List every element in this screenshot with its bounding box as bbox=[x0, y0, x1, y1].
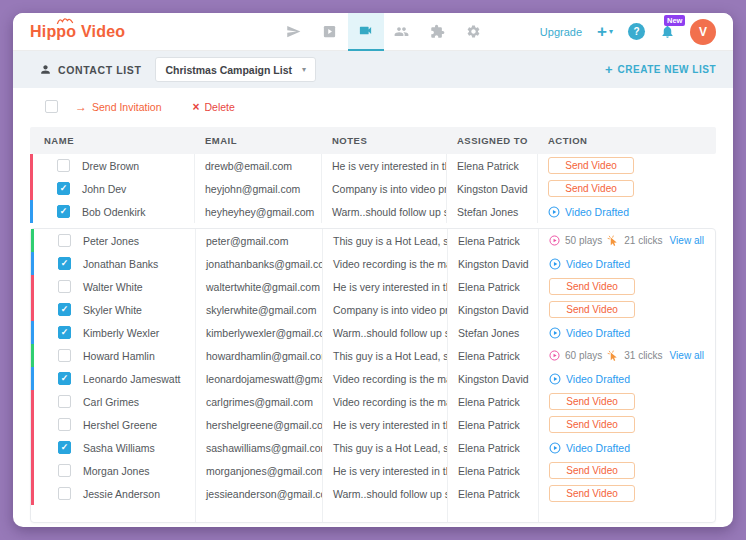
video-drafted-label: Video Drafted bbox=[566, 258, 630, 270]
contact-notes: Company is into video produ.... bbox=[323, 298, 448, 321]
video-drafted-label: Video Drafted bbox=[565, 206, 629, 218]
row-checkbox[interactable] bbox=[58, 280, 71, 293]
row-checkbox[interactable] bbox=[58, 464, 71, 477]
video-drafted-link[interactable]: Video Drafted bbox=[548, 206, 629, 218]
video-drafted-link[interactable]: Video Drafted bbox=[549, 442, 630, 454]
assigned-to: Elena Patrick bbox=[448, 436, 539, 459]
table-row: Carl Grimescarlgrimes@gmail.comVideo rec… bbox=[31, 390, 715, 413]
hippo-video-logo[interactable]: Hippo Video bbox=[30, 23, 125, 41]
create-new-list-button[interactable]: + CREATE NEW LIST bbox=[605, 63, 716, 76]
delete-button[interactable]: × Delete bbox=[192, 101, 234, 113]
contact-notes: Warm..should follow up so.... bbox=[322, 200, 447, 223]
notifications-button[interactable]: New bbox=[660, 24, 675, 39]
play-circle-icon bbox=[549, 327, 561, 339]
nav-tab-video-library[interactable] bbox=[312, 13, 348, 51]
contact-email: skylerwhite@gmail.com bbox=[196, 298, 323, 321]
assigned-to: Elena Patrick bbox=[448, 482, 539, 505]
assigned-to: Kingston David bbox=[448, 298, 539, 321]
send-video-button[interactable]: Send Video bbox=[549, 462, 635, 479]
send-video-button[interactable]: Send Video bbox=[548, 180, 634, 197]
status-color-bar bbox=[31, 459, 34, 482]
table-row: Morgan Jonesmorganjones@gmail.comHe is v… bbox=[31, 459, 715, 482]
video-stats: 50 plays21 clicksView all bbox=[549, 235, 704, 247]
row-checkbox[interactable] bbox=[57, 205, 70, 218]
video-drafted-link[interactable]: Video Drafted bbox=[549, 327, 630, 339]
video-drafted-label: Video Drafted bbox=[566, 373, 630, 385]
contact-name: Bob Odenkirk bbox=[82, 206, 146, 218]
nav-tab-settings[interactable] bbox=[456, 13, 492, 51]
send-video-button[interactable]: Send Video bbox=[549, 393, 635, 410]
selected-list-name: Christmas Campaign List bbox=[165, 64, 292, 76]
row-checkbox[interactable] bbox=[58, 441, 71, 454]
main-nav-tabs bbox=[276, 13, 492, 51]
row-checkbox[interactable] bbox=[58, 234, 71, 247]
assigned-to: Kingston David bbox=[448, 367, 539, 390]
status-color-bar bbox=[31, 482, 34, 505]
send-video-button[interactable]: Send Video bbox=[548, 157, 634, 174]
table-row: Leonardo Jameswattleonardojameswatt@gmai… bbox=[31, 367, 715, 390]
row-checkbox[interactable] bbox=[58, 487, 71, 500]
empty-cell bbox=[31, 505, 196, 522]
status-color-bar bbox=[31, 275, 34, 298]
help-button[interactable]: ? bbox=[628, 23, 645, 40]
video-drafted-link[interactable]: Video Drafted bbox=[549, 258, 630, 270]
row-checkbox[interactable] bbox=[58, 349, 71, 362]
row-checkbox[interactable] bbox=[58, 372, 71, 385]
contact-email: drewb@email.com bbox=[195, 154, 322, 177]
contact-name: Jessie Anderson bbox=[83, 488, 160, 500]
contact-notes: This guy is a Hot Lead, so... bbox=[323, 229, 448, 252]
row-checkbox[interactable] bbox=[58, 326, 71, 339]
send-invitation-button[interactable]: → Send Invitation bbox=[75, 101, 161, 113]
assigned-to: Elena Patrick bbox=[448, 344, 539, 367]
send-video-button[interactable]: Send Video bbox=[549, 278, 635, 295]
assigned-to: Elena Patrick bbox=[448, 275, 539, 298]
row-checkbox[interactable] bbox=[57, 159, 70, 172]
contact-email: jonathanbanks@gmail.com bbox=[196, 252, 323, 275]
quick-add-button[interactable]: + ▾ bbox=[597, 23, 613, 40]
contact-notes: He is very interested in the prod... bbox=[323, 459, 448, 482]
integrations-icon bbox=[430, 24, 445, 39]
contact-list-select[interactable]: Christmas Campaign List ▾ bbox=[155, 57, 316, 82]
table-row: Walter Whitewaltertwhite@gmail.comHe is … bbox=[31, 275, 715, 298]
column-header-assigned: ASSIGNED TO bbox=[447, 135, 538, 146]
row-checkbox[interactable] bbox=[57, 182, 70, 195]
send-video-button[interactable]: Send Video bbox=[549, 416, 635, 433]
row-checkbox[interactable] bbox=[58, 303, 71, 316]
status-color-bar bbox=[30, 154, 33, 177]
chevron-down-icon: ▾ bbox=[609, 27, 613, 36]
send-video-button[interactable]: Send Video bbox=[549, 301, 635, 318]
users-icon bbox=[394, 24, 409, 39]
upgrade-link[interactable]: Upgrade bbox=[540, 26, 582, 38]
row-checkbox[interactable] bbox=[58, 418, 71, 431]
bell-icon bbox=[660, 24, 675, 39]
contact-email: howardhamlin@gmail.com bbox=[196, 344, 323, 367]
empty-cell bbox=[539, 505, 717, 522]
view-all-link[interactable]: View all bbox=[670, 350, 704, 361]
user-avatar[interactable]: V bbox=[690, 19, 716, 45]
table-row: Skyler Whiteskylerwhite@gmail.comCompany… bbox=[31, 298, 715, 321]
nav-tab-users[interactable] bbox=[384, 13, 420, 51]
nav-tab-video-camera[interactable] bbox=[348, 13, 384, 51]
contacts-group-1: Drew Browndrewb@email.comHe is very inte… bbox=[30, 154, 716, 223]
send-video-button[interactable]: Send Video bbox=[549, 485, 635, 502]
person-icon bbox=[39, 63, 52, 76]
row-checkbox[interactable] bbox=[58, 257, 71, 270]
contact-email: kimberlywexler@gmail.com bbox=[196, 321, 323, 344]
bulk-actions-toolbar: → Send Invitation × Delete bbox=[13, 88, 733, 122]
clicks-count: 21 clicks bbox=[624, 235, 662, 246]
contact-notes: Company is into video produ.... bbox=[322, 177, 447, 200]
column-header-email: EMAIL bbox=[195, 135, 322, 146]
view-all-link[interactable]: View all bbox=[670, 235, 704, 246]
row-checkbox[interactable] bbox=[58, 395, 71, 408]
table-row: John Devheyjohn@gmail.comCompany is into… bbox=[30, 177, 716, 200]
column-header-action: ACTION bbox=[538, 135, 716, 146]
nav-tab-send[interactable] bbox=[276, 13, 312, 51]
video-drafted-link[interactable]: Video Drafted bbox=[549, 373, 630, 385]
nav-tab-integrations[interactable] bbox=[420, 13, 456, 51]
logo-ears-icon bbox=[56, 16, 74, 24]
contact-notes: This guy is a Hot Lead, so.... bbox=[323, 436, 448, 459]
contact-name: Morgan Jones bbox=[83, 465, 150, 477]
contact-name: Leonardo Jameswatt bbox=[83, 373, 180, 385]
select-all-checkbox[interactable] bbox=[45, 100, 58, 113]
chevron-down-icon: ▾ bbox=[302, 65, 306, 74]
